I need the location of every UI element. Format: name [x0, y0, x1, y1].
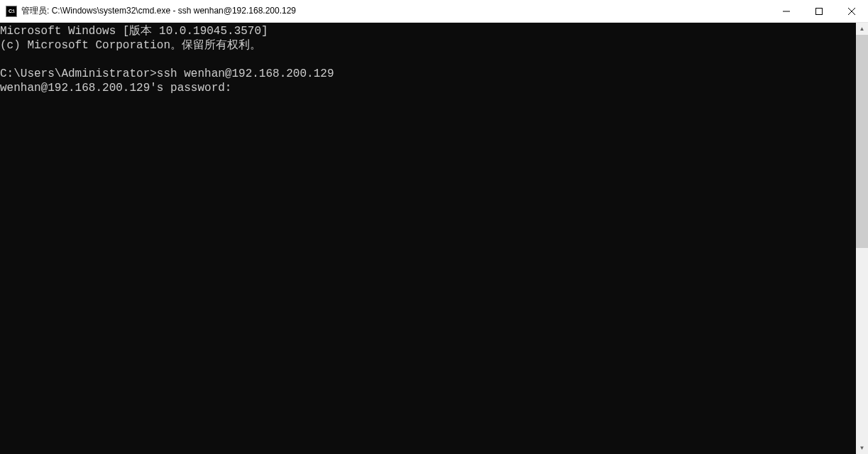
content-area: Microsoft Windows [版本 10.0.19045.3570] (…: [0, 23, 868, 454]
terminal-line: wenhan@192.168.200.129's password:: [0, 82, 231, 94]
close-button[interactable]: [835, 0, 868, 22]
terminal-line: (c) Microsoft Corporation。保留所有权利。: [0, 39, 261, 52]
scroll-down-arrow-icon[interactable]: ▼: [856, 442, 868, 454]
window-titlebar: C:\ 管理员: C:\Windows\system32\cmd.exe - s…: [0, 0, 868, 23]
svg-rect-1: [816, 8, 823, 14]
vertical-scrollbar[interactable]: ▲ ▼: [856, 23, 868, 454]
scroll-track[interactable]: [856, 35, 868, 442]
scroll-up-arrow-icon[interactable]: ▲: [856, 23, 868, 35]
terminal-output[interactable]: Microsoft Windows [版本 10.0.19045.3570] (…: [0, 23, 856, 454]
maximize-icon: [815, 8, 823, 15]
close-icon: [848, 8, 855, 15]
cmd-icon: C:\: [6, 6, 17, 17]
window-title: 管理员: C:\Windows\system32\cmd.exe - ssh w…: [21, 5, 770, 17]
terminal-line: Microsoft Windows [版本 10.0.19045.3570]: [0, 25, 268, 38]
window-controls: [770, 0, 868, 22]
minimize-icon: [783, 8, 790, 15]
maximize-button[interactable]: [803, 0, 835, 22]
minimize-button[interactable]: [770, 0, 803, 22]
scroll-thumb[interactable]: [856, 35, 868, 248]
terminal-line: C:\Users\Administrator>ssh wenhan@192.16…: [0, 67, 334, 80]
